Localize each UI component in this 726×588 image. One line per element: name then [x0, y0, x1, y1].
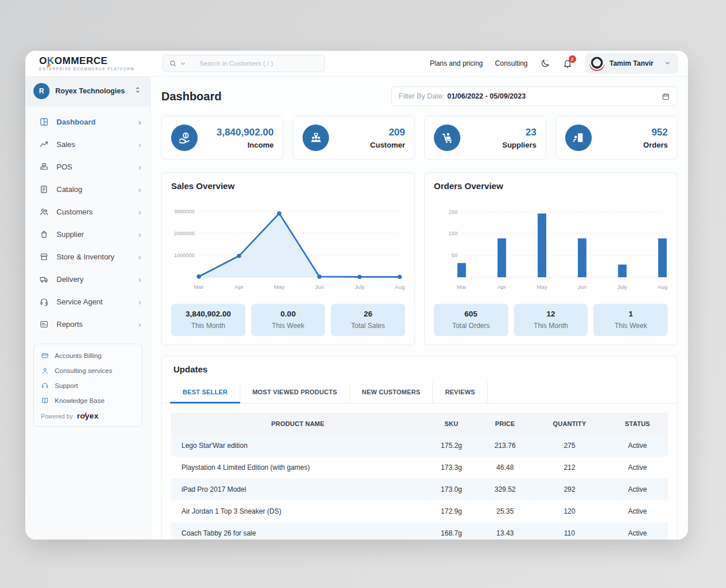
updates-tabs: BEST SELLER MOST VIEWED PRODUCTS NEW CUS…	[162, 382, 677, 404]
billing-card-icon	[41, 352, 49, 360]
sidebar-footer-link[interactable]: Knowledge Base	[41, 397, 135, 405]
summary-pill: 0.00 This Week	[251, 304, 326, 336]
sidebar-item[interactable]: Delivery ›	[25, 268, 150, 291]
chart-title: Orders Overview	[434, 181, 668, 191]
table-row[interactable]: Lego Star'War edition 175.2g 213.76 275 …	[171, 435, 668, 457]
cell-price: 213.76	[478, 435, 532, 457]
chevron-right-icon: ›	[138, 163, 141, 171]
notification-badge: 2	[569, 55, 576, 63]
stat-label: Income	[217, 141, 274, 149]
svg-text:1000000: 1000000	[174, 252, 195, 258]
cell-product-name: Playstation 4 Limited Edition (with game…	[171, 457, 425, 478]
svg-text:Apr: Apr	[235, 284, 244, 290]
svg-text:May: May	[536, 284, 547, 290]
svg-text:50: 50	[451, 252, 457, 258]
sidebar-item[interactable]: Sales ›	[25, 133, 150, 156]
pill-value: 605	[437, 310, 505, 318]
updates-tab[interactable]: REVIEWS	[433, 382, 487, 403]
chevron-right-icon: ›	[138, 118, 141, 126]
chevron-right-icon: ›	[138, 140, 141, 149]
cell-status: Active	[607, 478, 668, 500]
app-window: OKOMMERCE Enterprise Ecommerce Platform …	[25, 51, 688, 540]
table-row[interactable]: Coach Tabby 26 for sale 168.7g 13.43 110…	[171, 522, 668, 540]
summary-pill: 1 This Week	[593, 304, 668, 336]
sidebar-item[interactable]: Customers ›	[25, 201, 150, 223]
dark-mode-moon-icon[interactable]	[540, 58, 550, 69]
stat-label: Customer	[370, 141, 405, 149]
chevron-right-icon: ›	[138, 297, 141, 306]
sidebar-item[interactable]: Service Agent ›	[25, 291, 150, 313]
pill-label: This Week	[255, 322, 322, 330]
cell-product-name: iPad Pro 2017 Model	[171, 478, 425, 500]
pill-label: Total Sales	[334, 322, 402, 330]
sidebar-item-label: Service Agent	[56, 297, 103, 306]
org-name: Royex Technologies	[55, 87, 125, 95]
pill-label: This Month	[517, 322, 585, 330]
orders-overview-chart: 50150250MarAprMayJunJulyAug	[434, 193, 668, 301]
income-hand-icon	[171, 125, 198, 151]
pill-value: 0.00	[255, 310, 322, 318]
svg-text:2000000: 2000000	[174, 231, 195, 236]
org-avatar: R	[33, 83, 50, 99]
footer-link-label: Consulting services	[55, 367, 112, 374]
date-filter-label: Filter By Date:	[399, 92, 444, 100]
chevron-down-icon	[659, 58, 671, 69]
updates-tab[interactable]: NEW CUSTOMERS	[350, 382, 433, 403]
svg-text:Jun: Jun	[315, 284, 324, 290]
pill-label: Total Orders	[437, 322, 505, 330]
chevron-right-icon: ›	[138, 320, 141, 329]
table-column-header: QUANTITY	[532, 413, 607, 435]
chevron-down-icon[interactable]	[180, 61, 186, 67]
cell-product-name: Coach Tabby 26 for sale	[171, 522, 425, 540]
table-row[interactable]: Air Jordan 1 Top 3 Sneaker (DS) 172.9g 2…	[171, 500, 668, 522]
user-menu[interactable]: Tamim Tanvir	[585, 53, 679, 74]
cell-quantity: 110	[532, 522, 607, 540]
cell-price: 25.35	[478, 500, 532, 522]
knowledge-book-icon	[41, 397, 49, 405]
sidebar-item[interactable]: Store & Inventory ›	[25, 246, 150, 268]
sidebar-footer-link[interactable]: Consulting services	[41, 367, 135, 375]
sidebar-footer-links: Accounts Billing Consulting services Sup…	[41, 352, 135, 405]
updates-tab[interactable]: MOST VIEWED PRODUCTS	[240, 382, 350, 403]
user-name: Tamim Tanvir	[610, 59, 653, 67]
sales-summary: 3,840,902.00 This Month 0.00 This Week	[171, 304, 405, 336]
updates-tab[interactable]: BEST SELLER	[171, 382, 240, 403]
cell-sku: 168.7g	[425, 522, 478, 540]
table-row[interactable]: iPad Pro 2017 Model 173.0g 329.52 292 Ac…	[171, 478, 668, 500]
sidebar-item[interactable]: POS ›	[25, 156, 150, 178]
sidebar-footer-link[interactable]: Accounts Billing	[41, 352, 135, 360]
notifications-bell-icon[interactable]: 2	[562, 58, 573, 69]
search-input[interactable]	[189, 60, 319, 67]
sidebar-item-label: Supplier	[56, 230, 84, 239]
pill-value: 12	[517, 310, 585, 318]
table-row[interactable]: Playstation 4 Limited Edition (with game…	[171, 457, 668, 478]
sidebar-item[interactable]: Supplier ›	[25, 223, 150, 246]
stat-label: Suppliers	[502, 141, 536, 149]
tab-label: REVIEWS	[445, 389, 475, 395]
consulting-link[interactable]: Consulting	[495, 59, 528, 67]
best-seller-table: PRODUCT NAMESKUPRICEQUANTITYSTATUS Lego …	[171, 413, 668, 540]
calendar-icon[interactable]	[661, 92, 670, 101]
sidebar-item-label: Customers	[56, 208, 93, 216]
powered-by-text: Powered by	[41, 413, 73, 420]
summary-pill: 3,840,902.00 This Month	[171, 304, 245, 336]
sidebar-footer-link[interactable]: Support	[41, 382, 135, 390]
cell-quantity: 120	[532, 500, 607, 522]
stat-card: 3,840,902.00 Income	[161, 116, 283, 160]
org-switcher[interactable]: R Royex Technologies	[25, 77, 150, 106]
store-inventory-icon	[39, 252, 49, 262]
stat-value: 952	[643, 127, 668, 137]
sidebar-item[interactable]: Catalog ›	[25, 178, 150, 201]
dashboard-icon	[39, 117, 49, 127]
cell-sku: 173.3g	[425, 457, 478, 478]
suppliers-cart-icon	[434, 125, 460, 151]
plans-and-pricing-link[interactable]: Plans and pricing	[430, 59, 483, 67]
chevron-right-icon: ›	[138, 275, 141, 284]
sidebar-item[interactable]: Reports ›	[25, 313, 150, 336]
cell-status: Active	[607, 522, 668, 540]
global-search[interactable]	[162, 55, 325, 72]
date-filter[interactable]: Filter By Date: 01/06/2022 - 05/09/2023	[391, 86, 678, 106]
cell-status: Active	[607, 435, 668, 457]
sidebar-item[interactable]: Dashboard ›	[25, 111, 150, 133]
okommerce-logo[interactable]: OKOMMERCE Enterprise Ecommerce Platform	[25, 56, 151, 71]
